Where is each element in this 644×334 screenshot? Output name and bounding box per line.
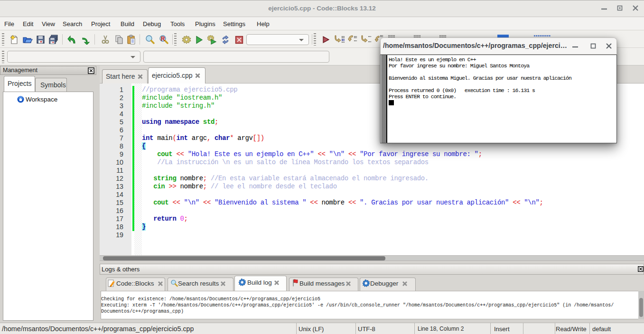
svg-text:R: R bbox=[161, 36, 165, 42]
